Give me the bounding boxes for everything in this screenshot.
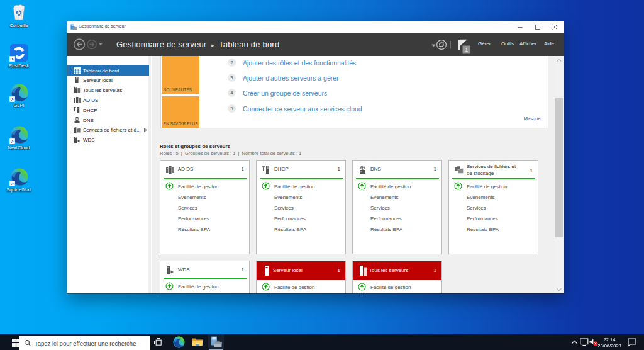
svg-text:1: 1 xyxy=(465,47,468,53)
